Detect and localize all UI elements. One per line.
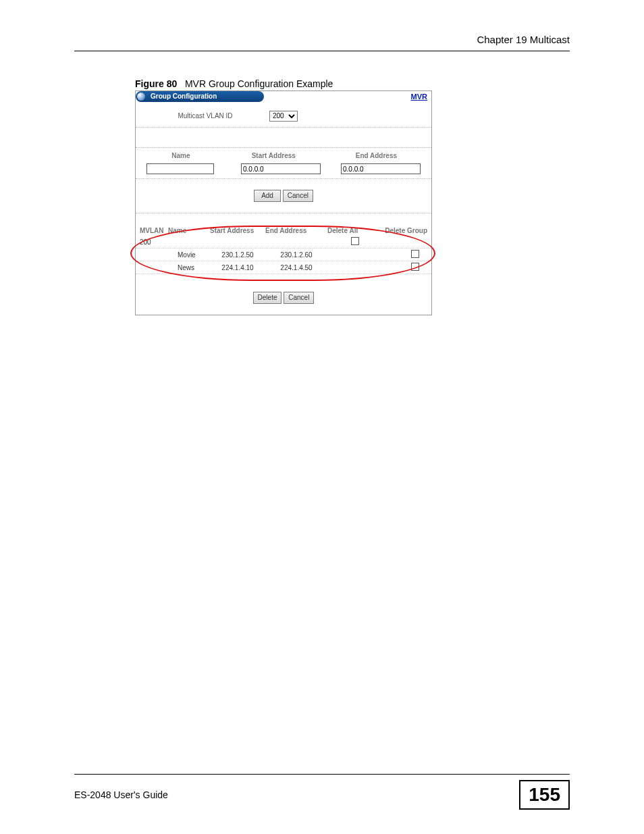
col-end-header: End Address	[327, 152, 426, 159]
delete-group-checkbox[interactable]	[411, 250, 419, 258]
col-start-header: Start Address	[221, 152, 327, 159]
figure-title: MVR Group Configuration Example	[185, 78, 333, 89]
cell-delete-group	[383, 263, 427, 272]
page-footer: ES-2048 User's Guide 155	[74, 774, 570, 810]
head-delete-group: Delete Group	[383, 227, 427, 234]
table-row: News 224.1.4.10 224.1.4.50	[136, 261, 431, 274]
head-mvlan: MVLAN	[140, 227, 168, 234]
mvr-link[interactable]: MVR	[411, 93, 427, 101]
figure-caption: Figure 80 MVR Group Configuration Exampl…	[135, 78, 570, 89]
head-name: Name	[168, 227, 210, 234]
table-row: Movie 230.1.2.50 230.1.2.60	[136, 249, 431, 261]
cell-start: 230.1.2.50	[210, 251, 265, 259]
figure-label: Figure 80	[135, 78, 177, 89]
guide-title: ES-2048 User's Guide	[74, 789, 168, 800]
cancel-button[interactable]: Cancel	[283, 190, 313, 202]
spacer-row	[136, 128, 431, 148]
add-button[interactable]: Add	[254, 190, 281, 202]
input-headers: Name Start Address End Address	[136, 148, 431, 162]
cancel-button-2[interactable]: Cancel	[284, 292, 314, 304]
config-panel: Group Configuration MVR Multicast VLAN I…	[135, 90, 432, 315]
panel-title-pill: Group Configuration	[136, 91, 264, 102]
delete-all-checkbox[interactable]	[351, 237, 359, 245]
start-address-input[interactable]	[241, 163, 321, 174]
header-rule	[74, 51, 570, 51]
chapter-heading: Chapter 19 Multicast	[74, 34, 570, 51]
col-name-header: Name	[141, 152, 221, 159]
cell-mvlan: 200	[140, 238, 168, 246]
name-input[interactable]	[146, 163, 214, 174]
cell-name: Movie	[168, 251, 210, 259]
table-row: 200	[136, 236, 431, 249]
list-section: MVLAN Name Start Address End Address Del…	[136, 227, 431, 274]
end-address-input[interactable]	[341, 163, 421, 174]
delete-button[interactable]: Delete	[253, 292, 282, 304]
cell-end: 224.1.4.50	[265, 264, 327, 271]
page-number: 155	[519, 780, 570, 810]
panel-header: Group Configuration MVR	[136, 91, 431, 105]
cell-end: 230.1.2.60	[265, 251, 327, 259]
add-cancel-row: Add Cancel	[136, 179, 431, 213]
cell-name: News	[168, 264, 210, 271]
cell-delete-group	[383, 250, 427, 259]
panel-title: Group Configuration	[151, 93, 217, 100]
input-row	[136, 162, 431, 179]
head-start: Start Address	[210, 227, 265, 234]
vlan-label: Multicast VLAN ID	[141, 112, 269, 120]
vlan-row: Multicast VLAN ID 200	[136, 105, 431, 128]
cell-start: 224.1.4.10	[210, 264, 265, 271]
cell-delete-all	[327, 237, 383, 246]
list-headers: MVLAN Name Start Address End Address Del…	[136, 227, 431, 236]
head-delete-all: Delete All	[327, 227, 383, 234]
footer-rule	[74, 774, 570, 775]
vlan-select[interactable]: 200	[269, 111, 298, 122]
head-end: End Address	[265, 227, 327, 234]
pill-dot-icon	[137, 93, 145, 101]
delete-cancel-row: Delete Cancel	[136, 274, 431, 315]
delete-group-checkbox[interactable]	[411, 263, 419, 271]
